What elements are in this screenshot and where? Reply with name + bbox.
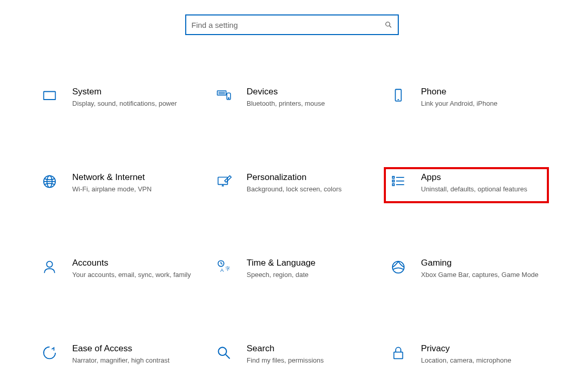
tile-apps[interactable]: Apps Uninstall, defaults, optional featu… bbox=[384, 167, 549, 203]
tile-desc: Narrator, magnifier, high contrast bbox=[72, 356, 195, 365]
tile-search[interactable]: Search Find my files, permissions bbox=[209, 338, 375, 374]
devices-icon bbox=[215, 87, 233, 105]
svg-line-1 bbox=[390, 26, 391, 27]
personalization-icon bbox=[215, 172, 233, 191]
tile-desc: Bluetooth, printers, mouse bbox=[247, 99, 369, 108]
tile-desc: Wi-Fi, airplane mode, VPN bbox=[72, 185, 195, 194]
phone-icon bbox=[389, 87, 408, 105]
svg-rect-4 bbox=[217, 91, 226, 95]
svg-rect-32 bbox=[394, 352, 403, 359]
search-input[interactable] bbox=[191, 21, 380, 29]
tile-accounts[interactable]: Accounts Your accounts, email, sync, wor… bbox=[35, 253, 200, 289]
svg-rect-2 bbox=[44, 92, 56, 100]
tile-ease-of-access[interactable]: Ease of Access Narrator, magnifier, high… bbox=[35, 338, 200, 374]
apps-icon bbox=[389, 172, 408, 191]
search-box[interactable] bbox=[185, 14, 399, 35]
tile-desc: Your accounts, email, sync, work, family bbox=[72, 270, 195, 280]
tile-title: Personalization bbox=[247, 172, 369, 183]
tile-title: Gaming bbox=[421, 258, 544, 268]
time-language-icon: A 字 bbox=[215, 258, 233, 276]
tile-title: Apps bbox=[421, 172, 544, 183]
svg-point-29 bbox=[393, 262, 404, 273]
tile-title: Time & Language bbox=[247, 258, 369, 268]
tile-title: Network & Internet bbox=[72, 172, 195, 183]
search-icon bbox=[384, 21, 393, 29]
svg-point-0 bbox=[386, 22, 390, 26]
svg-rect-14 bbox=[218, 177, 228, 185]
tile-title: Devices bbox=[247, 87, 369, 97]
tile-desc: Background, lock screen, colors bbox=[247, 185, 369, 194]
tile-network[interactable]: Network & Internet Wi-Fi, airplane mode,… bbox=[35, 167, 200, 203]
tile-privacy[interactable]: Privacy Location, camera, microphone bbox=[384, 338, 549, 374]
system-icon bbox=[40, 87, 59, 105]
svg-line-26 bbox=[221, 264, 222, 264]
tile-personalization[interactable]: Personalization Background, lock screen,… bbox=[209, 167, 375, 203]
svg-rect-17 bbox=[393, 176, 395, 178]
settings-grid: System Display, sound, notifications, po… bbox=[0, 81, 584, 392]
tile-desc: Link your Android, iPhone bbox=[421, 99, 544, 108]
tile-desc: Speech, region, date bbox=[247, 270, 369, 280]
tile-title: System bbox=[72, 87, 195, 97]
tile-gaming[interactable]: Gaming Xbox Game Bar, captures, Game Mod… bbox=[384, 253, 549, 289]
tile-system[interactable]: System Display, sound, notifications, po… bbox=[35, 81, 200, 118]
tile-phone[interactable]: Phone Link your Android, iPhone bbox=[384, 81, 549, 118]
svg-line-31 bbox=[226, 355, 230, 359]
svg-point-23 bbox=[46, 262, 52, 267]
ease-of-access-icon bbox=[40, 344, 59, 362]
tile-title: Privacy bbox=[421, 344, 544, 354]
tile-desc: Location, camera, microphone bbox=[421, 356, 544, 365]
svg-rect-21 bbox=[393, 184, 395, 186]
tile-title: Ease of Access bbox=[72, 344, 195, 354]
tile-desc: Xbox Game Bar, captures, Game Mode bbox=[421, 270, 544, 280]
globe-icon bbox=[40, 172, 59, 191]
lock-icon bbox=[389, 344, 408, 362]
accounts-icon bbox=[40, 258, 59, 276]
tile-title: Accounts bbox=[72, 258, 195, 268]
tile-title: Search bbox=[247, 344, 369, 354]
tile-desc: Find my files, permissions bbox=[247, 356, 369, 365]
svg-point-30 bbox=[218, 347, 226, 355]
tile-time-language[interactable]: A 字 Time & Language Speech, region, date bbox=[209, 253, 375, 289]
svg-text:字: 字 bbox=[225, 266, 230, 271]
svg-rect-19 bbox=[393, 180, 395, 182]
svg-point-8 bbox=[228, 97, 229, 99]
tile-title: Phone bbox=[421, 87, 544, 97]
svg-text:A: A bbox=[220, 267, 224, 273]
tile-desc: Display, sound, notifications, power bbox=[72, 99, 195, 108]
gaming-icon bbox=[389, 258, 408, 276]
search-tile-icon bbox=[215, 344, 233, 362]
tile-desc: Uninstall, defaults, optional features bbox=[421, 185, 544, 194]
tile-devices[interactable]: Devices Bluetooth, printers, mouse bbox=[209, 81, 375, 118]
